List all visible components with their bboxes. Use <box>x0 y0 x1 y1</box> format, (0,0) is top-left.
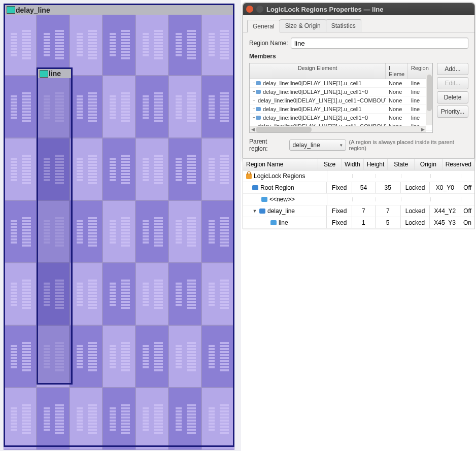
members-scrollbar-horizontal[interactable]: ◀ ▶ <box>250 126 426 132</box>
lab-cell[interactable] <box>201 138 234 200</box>
dialog-titlebar[interactable]: LogicLock Regions Properties — line <box>243 3 474 15</box>
lab-cell[interactable] <box>168 263 201 325</box>
lab-cell[interactable] <box>4 263 37 325</box>
lab-cell[interactable] <box>135 263 168 325</box>
lab-cell[interactable] <box>168 388 201 450</box>
expander-icon[interactable]: ▼ <box>252 209 257 214</box>
table-row[interactable]: delay_line:line0|DELAY_LINE[1].u_cell1~C… <box>250 96 432 105</box>
col-width[interactable]: Width <box>342 159 364 170</box>
members-table[interactable]: Design Element I Eleme Region delay_line… <box>249 63 433 133</box>
region-name-input[interactable] <box>291 38 468 49</box>
lab-cell[interactable] <box>37 13 70 76</box>
table-row[interactable]: ▼delay_line Fixed 7 7 Locked X44_Y2 Off <box>243 205 474 217</box>
tab-size-origin[interactable]: Size & Origin <box>280 19 326 32</box>
col-reserved[interactable]: Reserved <box>443 159 474 170</box>
lab-cell[interactable] <box>201 200 234 263</box>
tab-statistics[interactable]: Statistics <box>326 19 361 32</box>
lab-cell[interactable] <box>37 200 70 263</box>
col-origin[interactable]: Origin <box>415 159 443 170</box>
table-row[interactable]: Root Region Fixed 54 35 Locked X0_Y0 Off <box>243 182 474 194</box>
lab-cell[interactable] <box>70 325 103 388</box>
lab-cell[interactable] <box>168 200 201 263</box>
lab-cell[interactable] <box>103 76 135 138</box>
member-ielem: None <box>386 114 408 122</box>
minimize-icon[interactable] <box>256 6 263 13</box>
lab-cell[interactable] <box>4 138 37 200</box>
col-height[interactable]: Height <box>364 159 388 170</box>
lab-cell[interactable] <box>70 263 103 325</box>
table-row[interactable]: delay_line:line0|DELAY_LINE[1].u_cell1~0… <box>250 88 432 96</box>
lab-cell[interactable] <box>4 13 37 76</box>
lab-cell[interactable] <box>168 76 201 138</box>
lab-cell[interactable] <box>201 76 234 138</box>
lab-cell[interactable] <box>135 388 168 450</box>
lab-cell[interactable] <box>4 76 37 138</box>
lab-cell[interactable] <box>103 388 135 450</box>
lab-cell[interactable] <box>37 325 70 388</box>
lab-cell[interactable] <box>168 13 201 76</box>
lab-cell[interactable] <box>201 263 234 325</box>
scroll-right-icon[interactable]: ▶ <box>420 127 426 132</box>
table-row[interactable]: delay_line:line0|DELAY_LINE[1].u_cell1No… <box>250 79 432 88</box>
priority-button[interactable]: Priority... <box>437 106 468 118</box>
lab-cell[interactable] <box>37 388 70 450</box>
col-ieleme[interactable]: I Eleme <box>386 63 408 79</box>
lab-cell[interactable] <box>201 388 234 450</box>
lab-cell[interactable] <box>135 200 168 263</box>
scrollbar-thumb[interactable] <box>256 127 312 132</box>
logiclock-regions-table[interactable]: Region Name Size Width Height State Orig… <box>243 158 475 229</box>
table-row[interactable]: line Fixed 1 5 Locked X45_Y3 On <box>243 217 474 229</box>
lab-cell[interactable] <box>70 76 103 138</box>
lab-cell[interactable] <box>4 325 37 388</box>
lab-cell[interactable] <box>135 76 168 138</box>
lab-cell[interactable] <box>37 138 70 200</box>
tab-general[interactable]: General <box>247 20 280 32</box>
lab-cell[interactable] <box>4 388 37 450</box>
col-region-name[interactable]: Region Name <box>243 159 318 170</box>
members-scrollbar-vertical[interactable] <box>426 74 432 125</box>
lab-cell[interactable] <box>103 200 135 263</box>
col-size[interactable]: Size <box>318 159 342 170</box>
lab-cell[interactable] <box>135 325 168 388</box>
col-state[interactable]: State <box>388 159 415 170</box>
delete-button[interactable]: Delete <box>437 91 468 103</box>
lab-cell[interactable] <box>37 263 70 325</box>
close-icon[interactable] <box>246 6 253 13</box>
table-row[interactable]: <<new>> <box>243 194 474 205</box>
chip-floorplan[interactable]: delay_line line <box>0 0 241 451</box>
parent-region-label: Parent region: <box>249 138 286 152</box>
members-buttons: Add... Edit... Delete Priority... <box>437 63 468 133</box>
col-design-element[interactable]: Design Element <box>250 63 386 79</box>
table-row[interactable]: delay_line:line0|DELAY_LINE[2].u_cell1~0… <box>250 114 432 122</box>
lab-cell[interactable] <box>103 138 135 200</box>
lab-cell[interactable] <box>37 76 70 138</box>
lab-cell[interactable] <box>70 13 103 76</box>
lab-cell[interactable] <box>135 13 168 76</box>
table-row[interactable]: LogicLock Regions <box>243 170 474 182</box>
scrollbar-thumb[interactable] <box>427 75 432 111</box>
lock-icon <box>246 174 252 179</box>
edit-button[interactable]: Edit... <box>437 77 468 89</box>
lab-cell[interactable] <box>201 325 234 388</box>
parent-region-combo[interactable]: delay_line <box>289 140 346 151</box>
lab-cell[interactable] <box>4 200 37 263</box>
scroll-left-icon[interactable]: ◀ <box>250 127 256 132</box>
logiclock-properties-dialog: LogicLock Regions Properties — line Gene… <box>243 3 475 160</box>
lab-cell[interactable] <box>70 138 103 200</box>
add-button[interactable]: Add... <box>437 63 468 75</box>
region-name-label: Region Name: <box>249 40 291 47</box>
member-name: delay_line:line0|DELAY_LINE[1].u_cell1 <box>263 80 362 86</box>
lab-cell[interactable] <box>201 13 234 76</box>
hierarchy-icon <box>256 107 261 111</box>
lab-cell[interactable] <box>70 200 103 263</box>
table-row[interactable]: delay_line:line0|DELAY_LINE[2].u_cell1No… <box>250 105 432 114</box>
lab-cell[interactable] <box>135 138 168 200</box>
lab-cell[interactable] <box>168 325 201 388</box>
lab-cell[interactable] <box>103 13 135 76</box>
members-heading: Members <box>249 53 468 60</box>
member-ielem: None <box>386 79 408 87</box>
lab-cell[interactable] <box>168 138 201 200</box>
lab-cell[interactable] <box>103 325 135 388</box>
lab-cell[interactable] <box>103 263 135 325</box>
lab-cell[interactable] <box>70 388 103 450</box>
